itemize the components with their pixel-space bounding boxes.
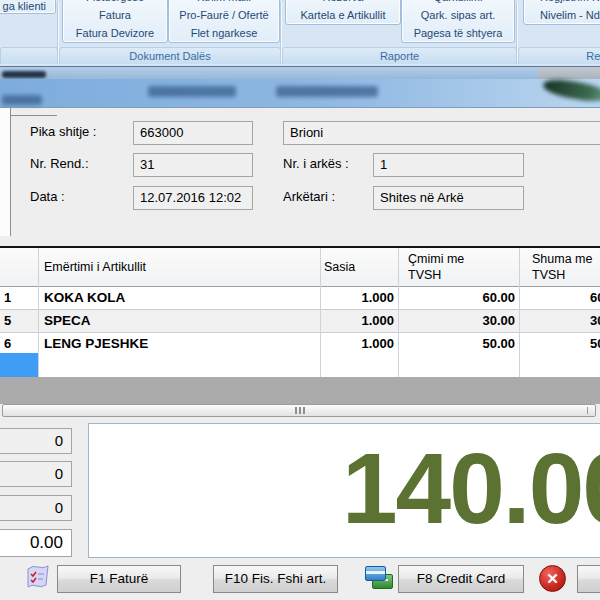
article-name: KOKA KOLA	[44, 287, 125, 309]
total-field-amount[interactable]: 0.00	[0, 529, 72, 557]
ribbon-item-flet-ngarkese[interactable]: Flet ngarkese	[169, 24, 279, 42]
ribbon-group-label-regjistrime: Regjistr	[518, 47, 600, 64]
horizontal-splitter[interactable]	[2, 404, 596, 417]
column-header-shuma[interactable]: Shuma me TVSH	[532, 251, 600, 283]
nr-rend-label: Nr. Rend.:	[30, 153, 89, 175]
row-number: 5	[4, 310, 11, 332]
partial-button[interactable]	[577, 565, 600, 593]
nr-arkes-label: Nr. i arkës :	[283, 153, 349, 175]
invoice-scroll-icon[interactable]	[24, 564, 52, 593]
splitter-grip-icon[interactable]	[295, 407, 305, 414]
redacted-banner-text	[276, 86, 378, 97]
arketari-field[interactable]: Shites në Arkë	[373, 186, 524, 210]
nr-arkes-field[interactable]: 1	[373, 153, 524, 177]
article-sum: 60.00	[590, 287, 600, 309]
ribbon-column: Regjistrim Ko Nivelim - Ndr	[523, 0, 600, 25]
ribbon-group-label	[0, 47, 58, 64]
ribbon-separator	[516, 2, 517, 62]
pika-shitje-field[interactable]: 663000	[133, 121, 253, 145]
ribbon-item-pro-faure-oferte[interactable]: Pro-Faurë / Ofertë	[169, 6, 279, 24]
article-sum: 30.00	[590, 310, 600, 332]
total-field-1[interactable]: 0	[0, 428, 72, 454]
caption-scroll-area	[538, 67, 600, 79]
ribbon-item-pagesa-nga-klienti[interactable]: ga klienti	[0, 0, 56, 14]
grid-line	[398, 248, 399, 377]
article-qty: 1.000	[320, 310, 394, 332]
window-caption-strip	[0, 66, 600, 79]
total-field-3[interactable]: 0	[0, 495, 72, 521]
grid-header: Emërtimi i Artikullit Sasia Çmimi me TVS…	[0, 248, 600, 287]
ribbon-item-pagesa-te-shtyera[interactable]: Pagesa të shtyera	[402, 24, 514, 42]
ribbon-item-kartela-e-artikullit[interactable]: Kartela e Artikullit	[286, 6, 400, 24]
article-name: LENG PJESHKE	[44, 333, 148, 355]
column-header-cmimi[interactable]: Çmimi me TVSH	[408, 251, 480, 283]
ribbon-item-fatura-devizore[interactable]: Fatura Devizore	[63, 24, 167, 42]
column-header-emertimi[interactable]: Emërtimi i Artikullit	[44, 248, 146, 286]
pika-shitje-name-field[interactable]: Brioni	[283, 121, 600, 145]
grid-background	[0, 377, 600, 404]
ribbon-separator	[280, 2, 281, 62]
data-field[interactable]: 12.07.2016 12:02	[133, 186, 253, 210]
ribbon-group-label-raporte: Raporte	[282, 47, 517, 64]
table-row[interactable]: 5 SPECA 1.000 30.00 30.00	[0, 310, 600, 333]
f1-fature-button[interactable]: F1 Faturë	[57, 565, 181, 593]
store-banner	[0, 79, 600, 108]
ribbon-separator	[57, 2, 58, 62]
ribbon-group-label-dokument-dales: Dokument Dalës	[59, 47, 281, 64]
article-sum: 50.00	[590, 333, 600, 355]
credit-card-icon[interactable]	[365, 566, 392, 588]
nr-rend-field[interactable]: 31	[133, 153, 253, 177]
data-label: Data :	[30, 186, 65, 208]
pika-shitje-label: Pika shitje :	[30, 121, 96, 143]
ribbon-item-fatura[interactable]: Fatura	[63, 6, 167, 24]
splitter-endcap	[587, 407, 588, 414]
pos-window: ga klienti Fletdërgesë Fatura Fatura Dev…	[0, 0, 600, 600]
ribbon-column: Kthim malli Pro-Faurë / Ofertë Flet ngar…	[168, 0, 280, 43]
ribbon-item-nivelim-ndryshim[interactable]: Nivelim - Ndr	[524, 6, 600, 24]
ribbon-column: Rezerva Kartela e Artikullit	[285, 0, 401, 25]
grid-line	[519, 248, 520, 377]
article-price: 60.00	[398, 287, 515, 309]
left-panel-edge	[0, 108, 11, 236]
ribbon-column: Qarkullimi Qark. sipas art. Pagesa të sh…	[401, 0, 515, 43]
new-entry-row[interactable]	[0, 353, 600, 377]
grid-line	[320, 248, 321, 377]
f8-credit-card-button[interactable]: F8 Credit Card	[398, 565, 524, 593]
ribbon-column: Fletdërgesë Fatura Fatura Devizore	[62, 0, 168, 43]
close-icon[interactable]: ✕	[539, 565, 566, 592]
article-price: 50.00	[398, 333, 515, 355]
article-price: 30.00	[398, 310, 515, 332]
redacted-caption-text	[2, 71, 46, 78]
article-name: SPECA	[44, 310, 91, 332]
ribbon-toolbar: ga klienti Fletdërgesë Fatura Fatura Dev…	[0, 0, 600, 66]
table-row[interactable]: 1 KOKA KOLA 1.000 60.00 60.00	[0, 287, 600, 310]
article-qty: 1.000	[320, 287, 394, 309]
redacted-banner-text	[2, 95, 42, 105]
f10-fshi-art-button[interactable]: F10 Fis. Fshi art.	[213, 565, 338, 593]
selected-row-indicator[interactable]	[0, 353, 38, 377]
grid-line	[38, 248, 39, 377]
grand-total-value: 140.00	[342, 438, 600, 538]
arketari-label: Arkëtari :	[283, 186, 335, 208]
column-header-sasia[interactable]: Sasia	[324, 248, 355, 286]
left-panel-border	[11, 115, 57, 116]
ribbon-item-label: ga klienti	[3, 0, 46, 12]
row-number: 6	[4, 333, 11, 355]
article-qty: 1.000	[320, 333, 394, 355]
row-number: 1	[4, 287, 11, 309]
total-field-2[interactable]: 0	[0, 461, 72, 487]
redacted-banner-text	[148, 86, 236, 97]
ribbon-item-qark-sipas-art[interactable]: Qark. sipas art.	[402, 6, 514, 24]
